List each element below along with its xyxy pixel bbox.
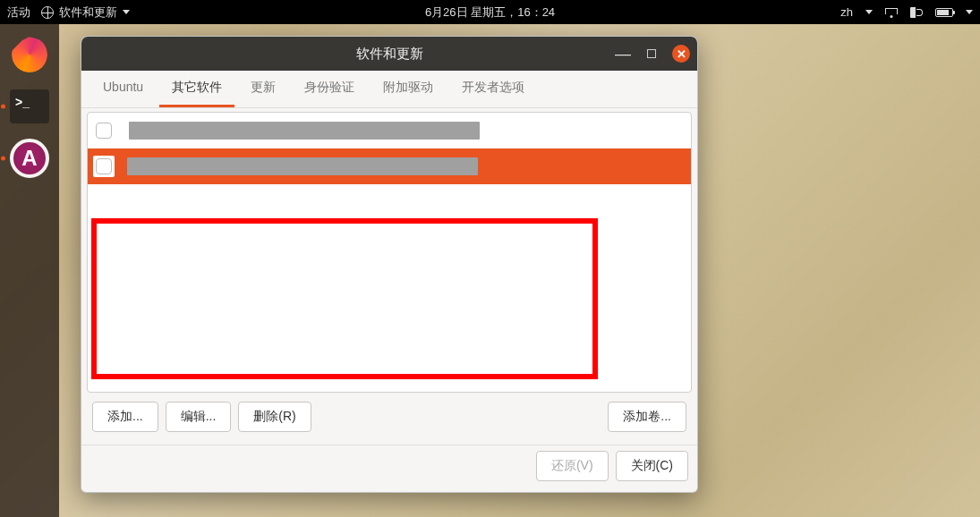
running-indicator-icon (1, 157, 5, 161)
dock-item-terminal[interactable]: >_ (6, 83, 53, 130)
software-sources-list[interactable] (87, 112, 692, 393)
source-label-redacted (129, 122, 480, 140)
software-updates-window: 软件和更新 — ✕ Ubuntu 其它软件 更新 身份验证 附加驱动 开发者选项 (81, 36, 698, 493)
window-title: 软件和更新 (81, 46, 697, 63)
titlebar[interactable]: 软件和更新 — ✕ (81, 37, 697, 71)
top-panel: 活动 软件和更新 6月26日 星期五，16：24 zh (0, 0, 980, 24)
activities-button[interactable]: 活动 (7, 4, 30, 21)
maximize-icon (647, 49, 656, 58)
firefox-icon (12, 37, 47, 72)
tab-additional-drivers[interactable]: 附加驱动 (371, 71, 446, 107)
add-button[interactable]: 添加... (92, 402, 158, 432)
globe-icon (41, 6, 54, 19)
terminal-icon: >_ (10, 89, 49, 123)
source-row[interactable] (88, 113, 691, 148)
close-dialog-button[interactable]: 关闭(C) (616, 451, 688, 481)
source-checkbox[interactable] (96, 123, 112, 139)
battery-icon (935, 8, 953, 17)
tab-developer-options[interactable]: 开发者选项 (449, 71, 537, 107)
tab-authentication[interactable]: 身份验证 (292, 71, 367, 107)
edit-button[interactable]: 编辑... (166, 402, 232, 432)
software-updater-icon: A (10, 139, 49, 178)
volume-icon (910, 7, 923, 18)
maximize-button[interactable] (643, 46, 660, 62)
remove-button[interactable]: 删除(R) (238, 402, 311, 432)
system-status-area[interactable]: zh (840, 5, 973, 19)
clock[interactable]: 6月26日 星期五，16：24 (425, 4, 555, 21)
add-volume-button[interactable]: 添加卷... (608, 402, 686, 432)
app-menu[interactable]: 软件和更新 (41, 4, 130, 21)
tab-other-software[interactable]: 其它软件 (159, 71, 234, 107)
chevron-down-icon (123, 10, 130, 14)
tab-ubuntu[interactable]: Ubuntu (90, 71, 156, 107)
close-button[interactable]: ✕ (672, 45, 690, 63)
dock-item-firefox[interactable] (6, 31, 53, 78)
source-row[interactable] (88, 148, 691, 184)
annotation-highlight-box (91, 218, 598, 379)
running-indicator-icon (1, 105, 5, 109)
minimize-button[interactable]: — (615, 46, 631, 62)
revert-button: 还原(V) (536, 451, 609, 481)
chevron-down-icon (865, 10, 873, 14)
dock-item-software-updater[interactable]: A (6, 135, 53, 182)
input-method-indicator[interactable]: zh (840, 5, 853, 19)
source-label-redacted (127, 157, 478, 175)
tab-updates[interactable]: 更新 (238, 71, 288, 107)
chevron-down-icon (966, 10, 973, 14)
tab-bar: Ubuntu 其它软件 更新 身份验证 附加驱动 开发者选项 (81, 71, 697, 108)
source-checkbox[interactable] (96, 158, 112, 174)
dock: >_ A (0, 24, 59, 517)
network-icon (885, 7, 898, 18)
app-menu-label: 软件和更新 (59, 4, 117, 21)
